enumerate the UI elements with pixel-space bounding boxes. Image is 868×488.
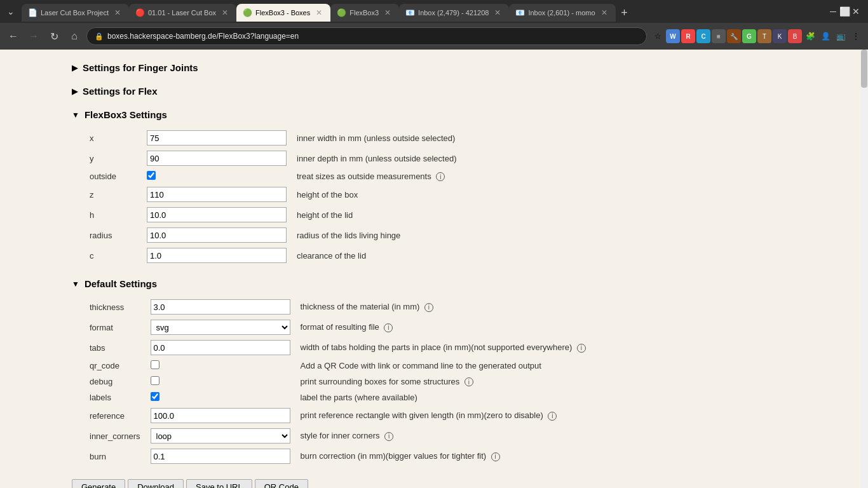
input-y[interactable] [147,151,287,166]
label-reference: reference [85,405,146,426]
input-inner-corners[interactable]: loop bumps adaptive [151,428,290,444]
section-flex[interactable]: Settings for Flex [72,78,796,102]
info-reference[interactable]: i [548,412,557,421]
info-burn[interactable]: i [491,452,500,461]
tab1-favicon: 📄 [28,8,37,17]
tab1-close[interactable]: ✕ [112,8,123,18]
tab2-close[interactable]: ✕ [220,8,230,18]
tab3-title: FlexBox3 - Boxes [255,9,310,17]
input-burn[interactable] [151,449,290,464]
input-tabs[interactable] [151,340,290,355]
ext3-icon[interactable]: C [696,29,710,43]
default-title: Default Settings [85,278,157,289]
tab-01-laser-cut[interactable]: 🔴 01.01 - Laser Cut Box ✕ [129,4,236,22]
generate-button[interactable]: Generate [72,479,125,488]
label-qr-code: qr_code [85,358,146,374]
tab-inbox2[interactable]: 📧 Inbox (2,601) - momo ✕ [509,4,615,22]
scrollbar-thumb[interactable] [861,50,867,88]
tab-flexbox3[interactable]: 🟢 FlexBox3 ✕ [330,4,399,22]
back-btn[interactable]: ← [5,28,22,44]
maximize-btn[interactable]: ⬜ [840,7,849,16]
label-thickness: thickness [85,297,146,317]
reload-btn[interactable]: ↻ [46,28,62,44]
input-z[interactable] [147,187,287,202]
info-format[interactable]: i [384,323,393,332]
field-format: format svg pdf dxf ps png format of resu… [85,317,809,337]
desc-burn: burn correction (in mm)(bigger values fo… [295,446,810,466]
download-button[interactable]: Download [128,479,184,488]
minimize-btn[interactable]: ─ [829,7,837,16]
home-btn[interactable]: ⌂ [66,28,83,44]
info-inner-corners[interactable]: i [384,432,393,441]
input-outside[interactable] [147,171,156,180]
input-c[interactable] [147,248,287,263]
qr-code-button[interactable]: QR Code [255,479,308,488]
tab4-favicon: 🟢 [337,8,346,17]
ext9-icon[interactable]: B [788,29,802,43]
field-radius: radius radius of the lids living hinge [85,225,809,245]
scrollbar-track[interactable] [860,50,868,488]
tab1-title: Laser Cut Box Project [41,9,109,17]
desc-inner-corners: style for inner corners i [295,426,810,446]
field-c: c clearance of the lid [85,245,809,266]
ext6-icon[interactable]: G [742,29,756,43]
input-thickness[interactable] [151,299,290,315]
info-thickness[interactable]: i [424,303,433,312]
desc-x: inner width in mm (unless outside select… [292,128,809,148]
ext2-icon[interactable]: R [681,29,695,43]
bookmark-icon[interactable]: ☆ [651,29,665,43]
input-h[interactable] [147,207,287,222]
input-qr-code[interactable] [151,360,159,369]
tab-inbox1[interactable]: 📧 Inbox (2,479) - 421208 ✕ [399,4,509,22]
desc-c: clearance of the lid [292,245,809,266]
tab5-favicon: 📧 [405,8,414,17]
tab5-close[interactable]: ✕ [492,8,503,18]
info-debug[interactable]: i [465,377,473,386]
tab4-close[interactable]: ✕ [383,8,393,18]
field-tabs: tabs width of tabs holding the parts in … [85,337,809,358]
toolbar-icons: ☆ W R C ≡ 🔧 G T K B 🧩 👤 📺 ⋮ [651,29,863,43]
input-x[interactable] [147,130,287,146]
input-radius[interactable] [147,227,287,243]
tab-flexbox3-boxes[interactable]: 🟢 FlexBox3 - Boxes ✕ [236,4,330,22]
ext8-icon[interactable]: K [773,29,787,43]
new-tab-btn[interactable]: + [616,4,634,22]
tab3-favicon: 🟢 [243,8,252,17]
finger-joints-arrow [72,64,78,72]
tab3-close[interactable]: ✕ [314,8,324,18]
field-qr-code: qr_code Add a QR Code with link or comma… [85,358,809,374]
tab6-close[interactable]: ✕ [599,8,609,18]
ext1-icon[interactable]: W [666,29,680,43]
tab-laser-cut-box-project[interactable]: 📄 Laser Cut Box Project ✕ [22,4,129,22]
forward-btn[interactable]: → [25,28,42,44]
input-labels[interactable] [151,392,159,401]
field-reference: reference print reference rectangle with… [85,405,809,426]
ext5-icon[interactable]: 🔧 [727,29,741,43]
label-debug: debug [85,374,146,390]
section-flexbox3[interactable]: FlexBox3 Settings [72,102,796,125]
extensions-icon[interactable]: 🧩 [803,29,817,43]
section-default[interactable]: Default Settings [72,271,796,294]
ext7-icon[interactable]: T [757,29,771,43]
profile-icon[interactable]: 👤 [818,29,832,43]
save-to-url-button[interactable]: Save to URL [186,479,252,488]
info-outside[interactable]: i [436,172,445,181]
input-debug[interactable] [151,376,159,385]
ext4-icon[interactable]: ≡ [712,29,726,43]
address-input[interactable]: 🔒 boxes.hackerspace-bamberg.de/FlexBox3?… [86,27,647,45]
label-inner-corners: inner_corners [85,426,146,446]
browser-chrome: ⌄ 📄 Laser Cut Box Project ✕ 🔴 01.01 - La… [0,0,868,50]
info-tabs[interactable]: i [577,344,586,353]
address-bar: ← → ↻ ⌂ 🔒 boxes.hackerspace-bamberg.de/F… [0,23,868,50]
input-reference[interactable] [151,408,290,423]
content-inner: Settings for Finger Joints Settings for … [59,50,809,488]
label-x: x [85,128,142,148]
tab-list-btn[interactable]: ⌄ [3,3,19,20]
menu-icon[interactable]: ⋮ [849,29,863,43]
input-format[interactable]: svg pdf dxf ps png [151,320,290,335]
label-y: y [85,148,142,168]
label-labels: labels [85,390,146,405]
section-finger-joints[interactable]: Settings for Finger Joints [72,55,796,78]
close-btn[interactable]: ✕ [851,7,860,16]
cast-icon[interactable]: 📺 [834,29,848,43]
